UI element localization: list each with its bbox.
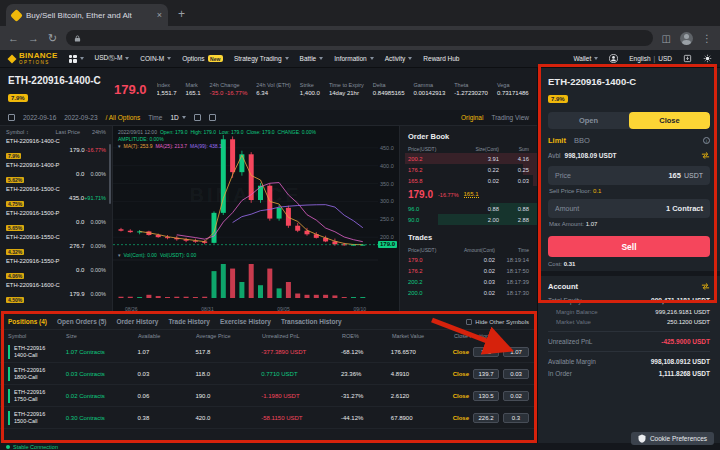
nav-item-reward-hub[interactable]: Reward Hub <box>423 55 459 62</box>
tab-positions-4-[interactable]: Positions (4) <box>8 318 47 325</box>
close-amount-input[interactable]: 0.3 <box>503 413 529 423</box>
price-chart[interactable]: BINANCE 2022/09/01 12:00Open: 179.0High:… <box>113 126 378 313</box>
language-currency-selector[interactable]: English | USD <box>629 55 672 62</box>
close-position-link[interactable]: Close <box>453 393 469 399</box>
position-available: 0.03 <box>138 371 196 377</box>
browser-tab[interactable]: Buy/Sell Bitcoin, Ether and Alt × <box>6 4 168 26</box>
stat-label: Mark <box>186 82 201 88</box>
user-profile-icon[interactable] <box>609 54 618 63</box>
symbol-list-row[interactable]: ETH-220916-1600-C4.50%179.90.00% <box>0 282 112 306</box>
nav-item-coin-m[interactable]: COIN-M <box>140 55 171 62</box>
tab-trade-history[interactable]: Trade History <box>168 318 210 325</box>
nav-item-activity[interactable]: Activity <box>385 55 413 62</box>
symbol-list-row[interactable]: ETH-220916-1550-C4.32%276.70.00% <box>0 234 112 258</box>
forward-icon[interactable]: → <box>28 32 39 44</box>
expiry-date-tab-1[interactable]: 2022-09-16 <box>23 114 56 121</box>
sell-button[interactable]: Sell <box>548 236 710 257</box>
order-type-bbo[interactable]: BBO <box>574 136 590 145</box>
back-icon[interactable]: ← <box>8 32 19 44</box>
theme-toggle-icon[interactable] <box>703 54 712 63</box>
order-type-limit[interactable]: Limit <box>548 136 566 145</box>
symbol-last-price: 435.0 <box>60 195 84 201</box>
chart-style-tradingview-tab[interactable]: Trading View <box>491 114 529 121</box>
col-change[interactable]: 24h% <box>80 129 106 135</box>
chart-info-segment: MA(7): 253.9 <box>124 143 153 149</box>
symbol-list-row[interactable]: ETH-220916-1550-P4.06%0.00.00% <box>0 258 112 282</box>
interval-selector[interactable]: 1D <box>170 114 185 121</box>
all-options-link[interactable]: / All Options <box>106 114 141 121</box>
close-price-input[interactable]: 139.7 <box>473 369 499 379</box>
position-pnl: -58.1150 USDT <box>261 415 341 421</box>
close-position-link[interactable]: Close <box>453 371 469 377</box>
tab-close[interactable]: Close <box>629 112 710 129</box>
nav-item-options[interactable]: OptionsNew <box>182 55 223 62</box>
orderbook-ask-row[interactable]: 165.80.020.03 <box>400 175 537 186</box>
chart-style-original-tab[interactable]: Original <box>461 114 483 121</box>
cookie-preferences-label: Cookie Preferences <box>650 435 707 442</box>
ob-size: 0.02 <box>461 178 499 184</box>
symbol-list-row[interactable]: ETH-220916-1400-C7.9%179.0-16.77% <box>0 138 112 162</box>
symbol-list-row[interactable]: ETH-220916-1400-P5.62%0.00.00% <box>0 162 112 186</box>
nav-item-information[interactable]: Information <box>334 55 374 62</box>
symbol-list-scrollbar[interactable] <box>109 144 111 204</box>
account-transfer-icon[interactable] <box>701 282 710 291</box>
cookie-preferences-button[interactable]: Cookie Preferences <box>631 432 714 445</box>
price-input[interactable]: Price 165 USDT <box>548 166 710 185</box>
symbol-change: 0.00% <box>85 291 106 297</box>
chart-ohlc-info: 2022/09/01 12:00Open: 179.0High: 179.0Lo… <box>118 129 319 150</box>
tab-close-icon[interactable]: × <box>157 10 162 20</box>
position-available: 1.07 <box>138 349 196 355</box>
stat-value: 1,400.0 <box>300 90 320 96</box>
tab-open-orders-5-[interactable]: Open Orders (5) <box>57 318 106 325</box>
orderbook-ask-row[interactable]: 176.20.220.25 <box>400 164 537 175</box>
position-avg-price: 517.8 <box>195 349 261 355</box>
orderbook-ask-row[interactable]: 200.23.914.16 <box>400 153 537 164</box>
nav-item-battle[interactable]: Battle <box>300 55 324 62</box>
nav-item-strategy-trading[interactable]: Strategy Trading <box>234 55 289 62</box>
symbol-list-row[interactable]: ETH-220916-1500-C4.75%435.0+91.71% <box>0 186 112 210</box>
tab-transaction-history[interactable]: Transaction History <box>281 318 342 325</box>
close-amount-input[interactable]: 0.02 <box>503 391 529 401</box>
symbol-iv-badge: 7.9% <box>6 153 21 159</box>
tab-exercise-history[interactable]: Exercise History <box>220 318 271 325</box>
cost-row: Cost: 0.31 <box>548 261 710 267</box>
close-price-input[interactable]: 165 <box>473 347 499 357</box>
binance-logo[interactable]: BINANCEOPTIONS <box>8 52 58 66</box>
col-symbol[interactable]: Symbol ↕ <box>6 129 50 135</box>
products-grid-menu[interactable] <box>69 55 84 63</box>
browser-menu-icon[interactable]: ⋮ <box>702 33 712 44</box>
close-price-input[interactable]: 226.2 <box>473 413 499 423</box>
hide-other-symbols[interactable]: Hide Other Symbols <box>466 319 529 325</box>
col-last-price[interactable]: Last Price <box>50 129 80 135</box>
fullscreen-icon[interactable] <box>209 114 216 121</box>
nav-item-label: Battle <box>300 55 317 62</box>
symbol-name: ETH-220916-1400-C <box>6 138 60 144</box>
info-icon[interactable]: i <box>703 137 710 144</box>
tab-open[interactable]: Open <box>548 112 629 129</box>
refresh-icon[interactable]: ↻ <box>48 32 57 45</box>
tab-order-history[interactable]: Order History <box>117 318 159 325</box>
orderbook-bid-row[interactable]: 90.02.002.88 <box>400 214 537 225</box>
indicator-icon[interactable] <box>194 114 201 121</box>
amount-input[interactable]: Amount 1 Contract <box>548 199 710 218</box>
extensions-icon[interactable]: ◫ <box>662 33 671 44</box>
wallet-menu[interactable]: Wallet <box>573 55 598 62</box>
symbol-list-row[interactable]: ETH-220916-1500-P5.65%0.00.00% <box>0 210 112 234</box>
close-position-link[interactable]: Close <box>453 349 469 355</box>
close-position-link[interactable]: Close <box>453 415 469 421</box>
new-tab-button[interactable]: + <box>178 8 185 20</box>
expiry-date-tab-2[interactable]: 2022-09-23 <box>64 114 97 121</box>
trade-amount: 0.03 <box>457 279 495 285</box>
download-icon[interactable] <box>683 54 692 63</box>
address-bar[interactable] <box>66 30 652 46</box>
nav-item-usd-m[interactable]: USDⓈ-M <box>95 54 130 63</box>
close-price-input[interactable]: 130.5 <box>473 391 499 401</box>
grid-icon <box>69 55 77 63</box>
close-amount-input[interactable]: 1.07 <box>503 347 529 357</box>
price-axis-label: 200.0 <box>380 234 394 240</box>
browser-profile-avatar[interactable] <box>680 32 693 45</box>
orderbook-bid-row[interactable]: 96.00.880.88 <box>400 203 537 214</box>
close-amount-input[interactable]: 0.03 <box>503 369 529 379</box>
transfer-icon[interactable] <box>701 151 710 160</box>
checkbox-icon[interactable] <box>466 319 472 325</box>
